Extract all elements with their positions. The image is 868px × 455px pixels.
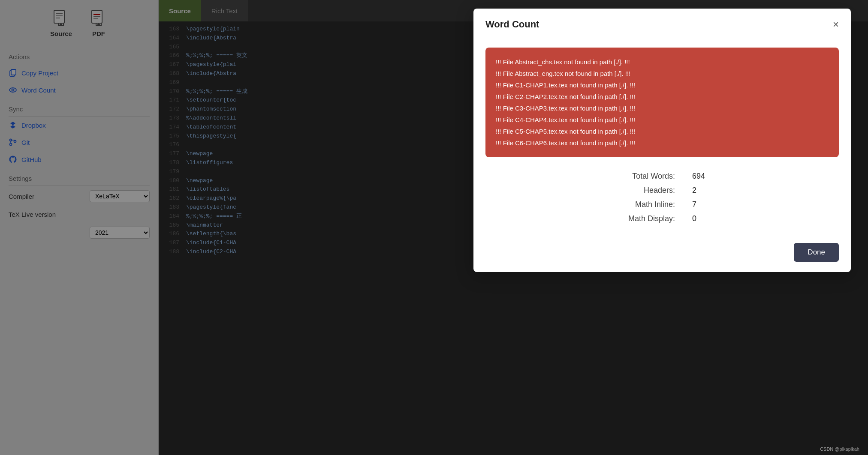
stat-label: Math Display: xyxy=(606,214,675,223)
stat-label: Headers: xyxy=(606,186,675,195)
modal-title: Word Count xyxy=(485,19,539,30)
error-message: !!! File C6-CHAP6.tex.tex not found in p… xyxy=(496,137,829,149)
error-message: !!! File C3-CHAP3.tex.tex not found in p… xyxy=(496,102,829,114)
modal-overlay: Word Count × !!! File Abstract_chs.tex n… xyxy=(0,0,868,455)
stat-value: 7 xyxy=(692,200,718,209)
word-count-modal: Word Count × !!! File Abstract_chs.tex n… xyxy=(473,9,851,272)
error-box: !!! File Abstract_chs.tex not found in p… xyxy=(485,48,839,157)
stat-row: Math Inline: 7 xyxy=(485,198,839,212)
stat-value: 2 xyxy=(692,186,718,195)
stat-row: Total Words: 694 xyxy=(485,169,839,183)
error-message: !!! File Abstract_eng.tex not found in p… xyxy=(496,68,829,79)
error-message: !!! File Abstract_chs.tex not found in p… xyxy=(496,56,829,68)
stat-value: 694 xyxy=(692,172,718,181)
stats-section: Total Words: 694 Headers: 2 Math Inline:… xyxy=(485,169,839,226)
modal-header: Word Count × xyxy=(473,9,851,37)
modal-body: !!! File Abstract_chs.tex not found in p… xyxy=(473,37,851,236)
done-button[interactable]: Done xyxy=(794,243,839,262)
stat-row: Headers: 2 xyxy=(485,183,839,198)
error-message: !!! File C1-CHAP1.tex.tex not found in p… xyxy=(496,79,829,91)
stat-label: Total Words: xyxy=(606,172,675,181)
error-message: !!! File C2-CHAP2.tex.tex not found in p… xyxy=(496,91,829,102)
stat-value: 0 xyxy=(692,214,718,223)
stat-label: Math Inline: xyxy=(606,200,675,209)
watermark: CSDN @pikapikah xyxy=(820,446,859,452)
error-message: !!! File C5-CHAP5.tex.tex not found in p… xyxy=(496,126,829,137)
modal-close-button[interactable]: × xyxy=(833,19,839,30)
stat-row: Math Display: 0 xyxy=(485,212,839,226)
error-message: !!! File C4-CHAP4.tex.tex not found in p… xyxy=(496,114,829,126)
modal-footer: Done xyxy=(473,236,851,272)
